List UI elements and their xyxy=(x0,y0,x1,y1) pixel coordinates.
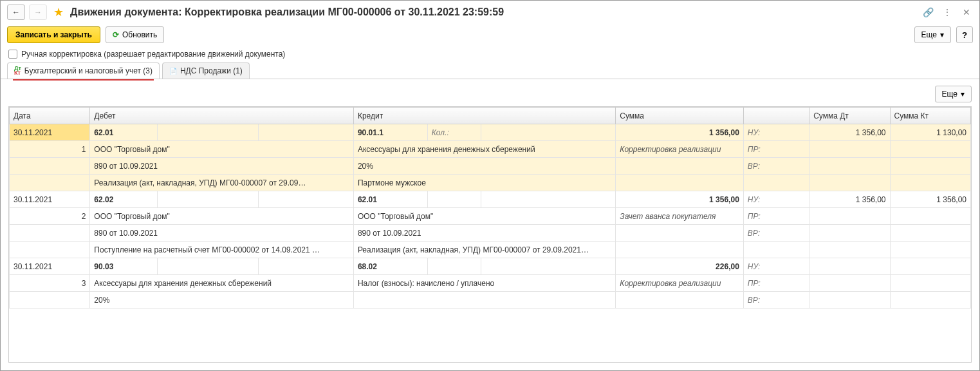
close-icon[interactable]: ✕ xyxy=(960,6,973,19)
table-row[interactable]: Поступление на расчетный счет МГ00-00000… xyxy=(10,242,971,258)
cell-vr-label: ВР: xyxy=(743,225,809,242)
cell-credit-line: Реализация (акт, накладная, УПД) МГ00-00… xyxy=(353,242,615,258)
cell-credit-line: Налог (взносы): начислено / уплачено xyxy=(353,275,615,292)
cell-debit-line: ООО "Торговый дом" xyxy=(90,208,354,225)
cell-credit-line: 890 от 10.09.2021 xyxy=(353,225,615,242)
cell-credit-line: 20% xyxy=(353,158,615,175)
cell-sum: 1 356,00 xyxy=(616,191,743,208)
manual-correction-label: Ручная корректировка (разрешает редактир… xyxy=(21,50,285,59)
cell-debit-line: 890 от 10.09.2021 xyxy=(90,225,354,242)
table-row[interactable]: Реализация (акт, накладная, УПД) МГ00-00… xyxy=(10,175,971,191)
cell-credit-line: ООО "Торговый дом" xyxy=(353,208,615,225)
refresh-icon: ⟳ xyxy=(113,30,119,39)
more-label: Еще xyxy=(921,30,937,39)
cell-date: 30.11.2021 xyxy=(10,124,90,141)
table-row[interactable]: 30.11.202190.0368.02226,00НУ: xyxy=(10,258,971,275)
cell-credit-line xyxy=(353,292,615,309)
cell-nu-label: НУ: xyxy=(743,124,809,141)
tab-accounting[interactable]: ДтКт Бухгалтерский и налоговый учет (3) xyxy=(7,62,160,79)
cell-debit-line: ООО "Торговый дом" xyxy=(90,141,354,158)
cell-credit-line: Партмоне мужское xyxy=(353,175,615,191)
table-row[interactable]: 3Аксессуары для хранения денежных сбереж… xyxy=(10,275,971,292)
cell-credit-acc: 68.02 xyxy=(353,258,427,275)
cell-idx: 3 xyxy=(10,275,90,292)
col-blank[interactable] xyxy=(743,108,809,124)
cell-debit-acc: 90.03 xyxy=(90,258,157,275)
cell-nu-label: НУ: xyxy=(743,191,809,208)
refresh-button[interactable]: ⟳ Обновить xyxy=(106,26,164,43)
cell-sum-desc: Зачет аванса покупателя xyxy=(616,208,743,225)
favorite-star-icon[interactable]: ★ xyxy=(53,5,64,19)
cell-pr-label: ПР: xyxy=(743,208,809,225)
table-row[interactable]: 20%ВР: xyxy=(10,292,971,309)
cell-pr-label: ПР: xyxy=(743,275,809,292)
table-row[interactable]: 1ООО "Торговый дом"Аксессуары для хранен… xyxy=(10,141,971,158)
chevron-down-icon: ▾ xyxy=(961,90,965,99)
cell-sum: 226,00 xyxy=(616,258,743,275)
more-button-grid[interactable]: Еще ▾ xyxy=(935,86,972,102)
cell-sum-dt xyxy=(809,258,890,275)
link-icon[interactable]: 🔗 xyxy=(921,6,934,19)
tab-vat[interactable]: 📄 НДС Продажи (1) xyxy=(162,62,250,79)
dtgt-icon: ДтКт xyxy=(14,66,21,75)
cell-date: 30.11.2021 xyxy=(10,258,90,275)
tab-vat-label: НДС Продажи (1) xyxy=(180,66,243,75)
more-label-grid: Еще xyxy=(942,90,957,99)
nav-forward-button[interactable]: → xyxy=(29,5,47,20)
chevron-down-icon: ▾ xyxy=(940,30,944,39)
cell-credit-line: Аксессуары для хранения денежных сбереже… xyxy=(353,141,615,158)
cell-credit-acc: 90.01.1 xyxy=(353,124,427,141)
col-sum[interactable]: Сумма xyxy=(616,108,743,124)
cell-date: 30.11.2021 xyxy=(10,191,90,208)
cell-credit-acc: 62.01 xyxy=(353,191,427,208)
cell-sum-kt: 1 130,00 xyxy=(890,124,970,141)
col-debit[interactable]: Дебет xyxy=(90,108,354,124)
cell-debit-acc: 62.02 xyxy=(90,191,157,208)
cell-sum: 1 356,00 xyxy=(616,124,743,141)
tab-accounting-label: Бухгалтерский и налоговый учет (3) xyxy=(24,66,153,75)
cell-nu-label: НУ: xyxy=(743,258,809,275)
save-close-button[interactable]: Записать и закрыть xyxy=(7,26,100,43)
cell-vr-label: ВР: xyxy=(743,292,809,309)
col-sum-kt[interactable]: Сумма Кт xyxy=(890,108,970,124)
postings-table: Дата Дебет Кредит Сумма Сумма Дт Сумма К… xyxy=(9,107,971,309)
help-button[interactable]: ? xyxy=(956,26,973,43)
cell-idx: 2 xyxy=(10,208,90,225)
cell-debit-line: Реализация (акт, накладная, УПД) МГ00-00… xyxy=(90,175,354,191)
cell-idx: 1 xyxy=(10,141,90,158)
cell-pr-label: ПР: xyxy=(743,141,809,158)
cell-debit-line: 890 от 10.09.2021 xyxy=(90,158,354,175)
nav-back-button[interactable]: ← xyxy=(7,5,25,20)
table-row[interactable]: 30.11.202162.0262.011 356,00НУ:1 356,001… xyxy=(10,191,971,208)
cell-vr-label: ВР: xyxy=(743,158,809,175)
cell-sum-kt: 1 356,00 xyxy=(890,191,970,208)
manual-correction-checkbox[interactable] xyxy=(8,50,17,59)
document-icon: 📄 xyxy=(169,68,177,75)
more-button-top[interactable]: Еще ▾ xyxy=(914,26,951,43)
cell-sum-dt: 1 356,00 xyxy=(809,124,890,141)
kebab-menu-icon[interactable]: ⋮ xyxy=(941,6,954,19)
page-title: Движения документа: Корректировка реализ… xyxy=(70,6,918,18)
cell-debit-line: Поступление на расчетный счет МГ00-00000… xyxy=(90,242,354,258)
refresh-label: Обновить xyxy=(122,30,157,39)
cell-sum-desc: Корректировка реализации xyxy=(616,141,743,158)
table-row[interactable]: 2ООО "Торговый дом"ООО "Торговый дом"Зач… xyxy=(10,208,971,225)
cell-debit-line: Аксессуары для хранения денежных сбереже… xyxy=(90,275,354,292)
cell-qty-label xyxy=(427,258,481,275)
col-sum-dt[interactable]: Сумма Дт xyxy=(809,108,890,124)
cell-debit-acc: 62.01 xyxy=(90,124,157,141)
col-date[interactable]: Дата xyxy=(10,108,90,124)
cell-debit-line: 20% xyxy=(90,292,354,309)
table-row[interactable]: 890 от 10.09.2021890 от 10.09.2021ВР: xyxy=(10,225,971,242)
table-row[interactable]: 890 от 10.09.202120%ВР: xyxy=(10,158,971,175)
table-row[interactable]: 30.11.202162.0190.01.1Кол.:1 356,00НУ:1 … xyxy=(10,124,971,141)
cell-qty-label xyxy=(427,191,481,208)
cell-sum-desc: Корректировка реализации xyxy=(616,275,743,292)
cell-qty-label: Кол.: xyxy=(427,124,481,141)
cell-sum-kt xyxy=(890,258,970,275)
col-credit[interactable]: Кредит xyxy=(353,108,615,124)
cell-sum-dt: 1 356,00 xyxy=(809,191,890,208)
